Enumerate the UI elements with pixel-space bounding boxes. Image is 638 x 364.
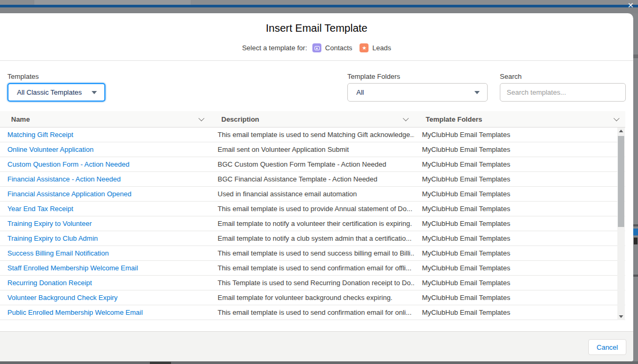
template-name-link[interactable]: Matching Gift Receipt [7,131,73,139]
cell-name: Training Expiry to Club Admin [0,231,210,245]
background-fragment [633,229,638,235]
cell-name: Staff Enrolled Membership Welcome Email [0,261,210,275]
template-folders-dropdown-value: All [356,88,364,96]
template-name-link[interactable]: Online Volunteer Application [7,145,94,153]
modal-header: Insert Email Template Select a template … [0,13,633,61]
chevron-down-icon[interactable] [614,115,619,121]
template-name-link[interactable]: Custom Question Form - Action Needed [7,160,130,168]
cell-folder: MyClubHub Email Templates [415,142,625,157]
cell-name: Online Volunteer Application [0,142,210,157]
background-fragment [633,275,638,277]
cell-folder: MyClubHub Email Templates [415,305,625,320]
table-row: Recurring Donation ReceiptThis Template … [0,276,625,290]
template-name-link[interactable]: Recurring Donation Receipt [7,279,92,287]
chevron-down-icon[interactable] [403,115,409,121]
cell-name: Training Expiry to Volunteer [0,216,210,231]
entity-label: Contacts [325,44,352,52]
template-name-link[interactable]: Success Billing Email Notification [7,249,109,257]
lead-icon: ★ [360,43,369,52]
cell-name: Year End Tax Receipt [0,202,210,216]
template-name-link[interactable]: Financial Assistance Application Opened [7,190,131,198]
cell-description: This email template is used to send conf… [210,261,415,275]
entity-item[interactable]: ★Leads [360,43,391,52]
column-header-template-folders[interactable]: Template Folders [415,111,625,127]
scroll-up-button[interactable] [617,128,625,134]
cancel-button[interactable]: Cancel [588,339,626,355]
chevron-down-icon[interactable] [199,115,204,121]
table-row: Custom Question Form - Action NeededBGC … [0,157,625,172]
chevron-down-icon [92,91,97,94]
subtitle-row: Select a template for: Contacts★Leads [0,43,633,52]
cell-name: Financial Assistance - Action Needed [0,172,210,186]
modal-title: Insert Email Template [0,22,633,34]
cell-folder: MyClubHub Email Templates [415,290,625,305]
cell-name: Custom Question Form - Action Needed [0,157,210,171]
table-row: Success Billing Email NotificationThis e… [0,246,625,261]
background-page-top [0,0,638,13]
chevron-down-icon [474,91,480,94]
table-header: NameDescriptionTemplate Folders [0,111,625,128]
template-name-link[interactable]: Year End Tax Receipt [7,205,73,213]
template-name-link[interactable]: Financial Assistance - Action Needed [7,175,121,183]
table-row: Staff Enrolled Membership Welcome EmailT… [0,261,625,276]
lead-icon-glyph: ★ [362,43,366,52]
subtitle-text: Select a template for: [242,44,307,52]
template-name-link[interactable]: Training Expiry to Volunteer [7,220,92,228]
column-header-label: Name [11,115,30,123]
cell-description: BGC Custom Question Form Template - Acti… [210,157,415,171]
cell-description: Email sent on Volunteer Application Subm… [210,142,415,157]
template-folders-dropdown[interactable]: All [347,83,488,102]
table-row: Training Expiry to VolunteerEmail templa… [0,216,625,231]
templates-label: Templates [7,72,39,80]
background-page-fragment [0,7,638,13]
cell-name: Matching Gift Receipt [0,128,210,142]
template-folders-label: Template Folders [347,72,400,80]
template-name-link[interactable]: Public Enrolled Membership Welcome Email [7,308,143,316]
column-header-name[interactable]: Name [0,111,210,127]
templates-dropdown[interactable]: All Classic Templates [7,83,105,102]
cell-description: Email template to notify a volunteer the… [210,216,415,231]
cell-name: Financial Assistance Application Opened [0,187,210,201]
scrollbar-thumb[interactable] [618,136,624,227]
scroll-down-button[interactable] [617,313,625,320]
background-fragment [633,224,638,226]
background-tab-fragment [34,0,191,5]
table-row: Matching Gift ReceiptThis email template… [0,128,625,142]
templates-table: NameDescriptionTemplate Folders Matching… [0,111,625,320]
entity-list: Contacts★Leads [312,43,391,52]
background-fragment [150,362,171,364]
cell-description: This email template is used to provide A… [210,202,415,216]
cell-description: Used in financial assistance email autom… [210,187,415,201]
cell-folder: MyClubHub Email Templates [415,261,625,275]
table-row: Financial Assistance Application OpenedU… [0,187,625,202]
search-input[interactable] [500,83,626,102]
table-row: Training Expiry to Club AdminEmail templ… [0,231,625,246]
background-page-bottom [0,361,638,364]
contact-icon-glyph [314,46,320,50]
column-header-description[interactable]: Description [210,111,415,127]
table-row: Financial Assistance - Action NeededBGC … [0,172,625,187]
table-row: Online Volunteer ApplicationEmail sent o… [0,142,625,157]
background-page-right [633,13,638,364]
background-fragment [633,54,638,58]
table-row: Year End Tax ReceiptThis email template … [0,202,625,216]
search-label: Search [500,72,522,80]
cell-folder: MyClubHub Email Templates [415,157,625,171]
cell-folder: MyClubHub Email Templates [415,246,625,260]
cell-name: Recurring Donation Receipt [0,276,210,290]
template-name-link[interactable]: Training Expiry to Club Admin [7,234,98,242]
cell-folder: MyClubHub Email Templates [415,216,625,231]
table-scrollbar[interactable] [617,128,625,320]
template-name-link[interactable]: Volunteer Background Check Expiry [7,294,118,302]
template-name-link[interactable]: Staff Enrolled Membership Welcome Email [7,264,138,272]
entity-item[interactable]: Contacts [312,43,352,52]
cell-name: Public Enrolled Membership Welcome Email [0,305,210,320]
close-icon[interactable]: ✕ [625,1,636,10]
table-row: Volunteer Background Check ExpiryEmail t… [0,290,625,305]
triangle-down-icon [619,315,623,318]
column-header-label: Description [221,115,259,123]
cell-description: This email template is used to send conf… [210,305,415,320]
background-fragment [634,238,637,244]
cell-description: BGC Financial Assistance Template - Acti… [210,172,415,186]
cell-folder: MyClubHub Email Templates [415,276,625,290]
